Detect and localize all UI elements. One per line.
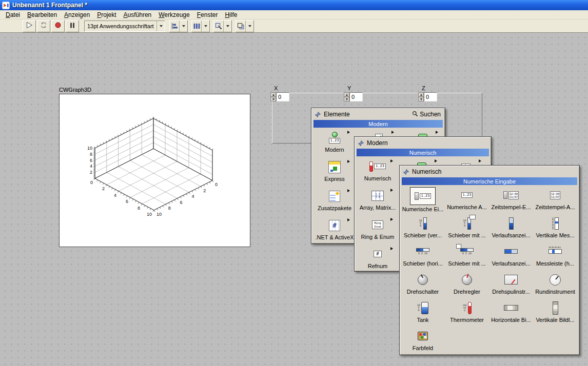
decrement-icon[interactable]: [270, 97, 276, 101]
decrement-icon[interactable]: [418, 97, 424, 101]
run-button[interactable]: [23, 20, 36, 32]
palette-item-numeric-input[interactable]: 1.23Numerische Ei...: [401, 186, 445, 214]
numeric-field-z[interactable]: [424, 92, 437, 101]
increment-icon[interactable]: [270, 92, 276, 97]
increment-decrement-buttons[interactable]: [418, 92, 424, 101]
font-selector[interactable]: 13pt Anwendungsschriftart: [84, 21, 165, 32]
subpalette-arrow-icon: [390, 159, 393, 162]
palette-item-horizontal-slider-display[interactable]: 0 5 10Schieber mit ...: [445, 242, 489, 271]
palette-category-header: Modern: [313, 120, 443, 128]
horizontal-graduated-bar-icon: [544, 244, 566, 259]
palette-item-thermometer[interactable]: 100 50 0Thermometer: [445, 299, 489, 327]
palette-title: Numerisch: [412, 168, 441, 175]
palette-item-array-matrix[interactable]: 1 2 3 4Array, Matrix...: [356, 187, 400, 216]
window-titlebar[interactable]: Unbenannt 1 Frontpanel *: [0, 0, 588, 10]
subpalette-arrow-icon: [347, 160, 350, 163]
palette-item-label: .NET & ActiveX: [316, 234, 354, 240]
palette-item-label: Vertikale Mes...: [536, 232, 574, 238]
menu-fenster[interactable]: Fenster: [193, 11, 222, 19]
svg-text:8: 8: [168, 206, 171, 211]
menu-datei[interactable]: Datei: [2, 11, 24, 19]
dotnet-icon: #: [323, 218, 346, 233]
palette-item-ring-enum[interactable]: Ring EnumRing & Enum: [356, 216, 400, 245]
pushpin-icon[interactable]: [403, 169, 409, 175]
palette-item-gauge[interactable]: Drehspulinstr...: [489, 271, 533, 299]
abort-button[interactable]: [51, 20, 65, 32]
palette-item-express[interactable]: Express: [312, 158, 357, 187]
palette-titlebar[interactable]: Elemente Suchen: [312, 109, 444, 119]
chevron-down-icon[interactable]: [156, 21, 165, 31]
palette-item-tank[interactable]: 10 5 0Tank: [401, 299, 445, 327]
pushpin-icon[interactable]: [315, 111, 321, 118]
palette-item-dial[interactable]: Drehregler: [445, 271, 489, 299]
run-continuous-button[interactable]: [37, 20, 50, 32]
distribute-objects-dropdown[interactable]: [191, 20, 210, 32]
menu-anzeigen[interactable]: Anzeigen: [61, 11, 93, 19]
increment-decrement-buttons[interactable]: [270, 92, 276, 101]
addons-icon: [323, 189, 346, 204]
subpalette-arrow-icon: [479, 159, 481, 162]
svg-text:2: 2: [203, 188, 206, 193]
palette-item-numeric-category[interactable]: 1.23Numerisch: [356, 157, 400, 187]
palette-item-label: Zusatzpakete: [318, 205, 351, 211]
palette-item-horizontal-graduated-bar[interactable]: Messleiste (h...: [533, 242, 577, 271]
numeric-field-y[interactable]: [349, 92, 363, 101]
palette-item-modern[interactable]: 1.23Modern: [312, 129, 357, 158]
palette-item-addons[interactable]: Zusatzpakete: [312, 187, 357, 216]
palette-item-label: Verlaufsanzei...: [492, 232, 530, 238]
svg-text:4: 4: [90, 164, 92, 169]
chevron-down-icon[interactable]: [223, 21, 231, 32]
labview-logo-icon: [2, 2, 10, 9]
palette-item-label: Numerische A...: [447, 204, 487, 210]
svg-text:6: 6: [180, 200, 183, 205]
numeric-field-x[interactable]: [276, 92, 289, 101]
palette-item-timestamp-input[interactable]: 12:00 11/07Zeitstempel-E...: [489, 186, 533, 214]
palette-item-dotnet[interactable]: #.NET & ActiveX: [312, 216, 357, 246]
chevron-down-icon[interactable]: [245, 21, 253, 32]
palette-item-label: Schieber mit ...: [448, 232, 485, 238]
palette-item-color-box[interactable]: Farbfeld: [401, 327, 445, 355]
menu-werkzeuge[interactable]: Werkzeuge: [155, 11, 193, 19]
palette-titlebar[interactable]: Modern: [356, 138, 490, 148]
menu-ausfhren[interactable]: Ausführen: [120, 11, 155, 19]
palette-item-refnum[interactable]: #Refnum: [356, 245, 400, 274]
palette-item-horizontal-slider[interactable]: 0 5 10Schieber (hori...: [401, 242, 445, 271]
chevron-down-icon[interactable]: [201, 21, 209, 32]
palette-titlebar[interactable]: Numerisch: [401, 167, 578, 177]
palette-item-label: Schieber mit ...: [448, 260, 485, 267]
increment-icon[interactable]: [418, 92, 424, 97]
svg-text:8: 8: [138, 206, 140, 211]
palette-item-horizontal-progress[interactable]: Verlaufsanzei...: [489, 242, 533, 271]
search-button[interactable]: Suchen: [412, 111, 442, 118]
ring-enum-icon: Ring Enum: [366, 217, 389, 233]
palette-item-vertical-slider-display[interactable]: 10 5 0Schieber mit ...: [445, 214, 489, 242]
run-icon: [26, 22, 33, 31]
distribute-objects-icon: [192, 22, 201, 30]
align-objects-dropdown[interactable]: [169, 20, 188, 32]
menu-projekt[interactable]: Projekt: [93, 11, 120, 19]
magnifier-icon: [412, 111, 418, 118]
menu-bearbeiten[interactable]: Bearbeiten: [24, 11, 61, 19]
pushpin-icon[interactable]: [358, 140, 364, 147]
cwgraph3d-control[interactable]: 10864202468100246810: [59, 94, 250, 247]
resize-objects-dropdown[interactable]: [213, 20, 232, 32]
pause-button[interactable]: [66, 20, 79, 32]
chevron-down-icon[interactable]: [179, 21, 187, 32]
palette-item-timestamp-indicator[interactable]: 12:00 11/07Zeitstempel-A...: [533, 186, 577, 214]
increment-decrement-buttons[interactable]: [344, 92, 349, 101]
express-icon: [323, 159, 346, 175]
palette-item-horizontal-scrollbar[interactable]: Horizontale Bi...: [489, 299, 533, 327]
palette-item-numeric-indicator[interactable]: 1.23Numerische A...: [445, 186, 489, 214]
palette-item-vertical-scrollbar[interactable]: Vertikale Bildl...: [533, 299, 577, 327]
palette-item-knob[interactable]: Drehschalter: [401, 271, 445, 299]
palette-item-vertical-progress[interactable]: Verlaufsanzei...: [489, 214, 533, 242]
palette-item-vertical-graduated-bar[interactable]: Vertikale Mes...: [533, 214, 577, 242]
menu-hilfe[interactable]: Hilfe: [221, 11, 241, 19]
decrement-icon[interactable]: [344, 97, 349, 101]
palette-item-round-meter[interactable]: Rundinstrument: [533, 271, 577, 299]
svg-text:2: 2: [102, 186, 105, 191]
palette-item-vertical-slider[interactable]: 10 5 0Schieber (ver...: [401, 214, 445, 242]
reorder-objects-dropdown[interactable]: [236, 20, 254, 32]
palette-category-header: Numerisch: [357, 149, 489, 156]
increment-icon[interactable]: [344, 92, 349, 97]
